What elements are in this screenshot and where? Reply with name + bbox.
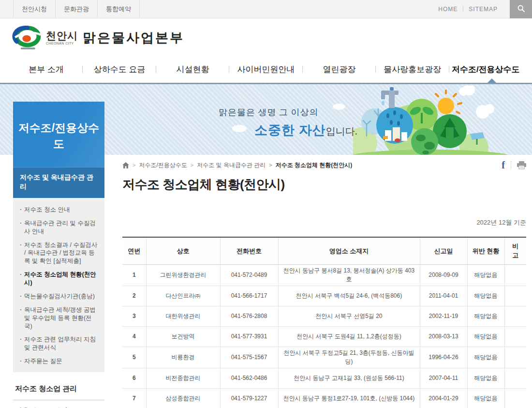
- table-row: 7 삼성종합관리 041-579-1227 천안시 동남구 통정1로27-19,…: [122, 388, 526, 408]
- cell-company: 비전종합관리: [146, 368, 220, 388]
- cell-address: 천안시 서북구 선영5길 20: [278, 306, 420, 326]
- topbar-link[interactable]: 천안시청: [13, 0, 55, 18]
- cell-address: 천안시 서북구 두정고5길 21, 3층(두정동, 신동아빌딩): [278, 347, 420, 368]
- cell-phone: 041-576-2808: [220, 306, 278, 326]
- logo[interactable]: 천안시 CHEONAN CITY 맑은물사업본부: [12, 25, 184, 50]
- cell-phone: 041-572-0489: [220, 264, 278, 286]
- breadcrumb-item[interactable]: 저수조 청소업체 현황(천안시): [269, 161, 352, 169]
- cell-note: [504, 347, 526, 368]
- sitemap-link[interactable]: SITEMAP: [469, 6, 498, 13]
- cleaning-companies-table: 연번상호전화번호영업소 소재지신고일위반 현황비고 1 그린위생환경관리 041…: [122, 237, 526, 408]
- content: 저수조/전용상수도저수조 및 옥내급수관 관리저수조 청소업체 현황(천안시) …: [122, 160, 526, 408]
- breadcrumb-item[interactable]: 저수조 및 옥내급수관 관리: [191, 161, 266, 169]
- table-row: 4 보건방역 041-577-3931 천안시 서북구 도원4길 11, 1,2…: [122, 326, 526, 347]
- nav-item[interactable]: 열린광장: [303, 64, 376, 75]
- site-header: 천안시 CHEONAN CITY 맑은물사업본부: [0, 19, 532, 56]
- sidebar-item[interactable]: 먹는물수질검사기관(충남): [20, 292, 98, 301]
- topbar-link[interactable]: 통합예약: [97, 0, 140, 18]
- nav-item[interactable]: 시설현황: [156, 64, 229, 75]
- sidebar-bottom-links: 저수조 청소업 관리전용상수도 관리: [13, 378, 104, 408]
- cell-report-date: 2004-01-29: [420, 388, 467, 408]
- topbar: 천안시청문화관광통합예약 HOME SITEMAP: [0, 0, 532, 18]
- cell-note: [504, 286, 526, 306]
- nav-item[interactable]: 저수조/전용상수도: [449, 64, 522, 75]
- sidebar-bottom-item[interactable]: 저수조 청소업 관리: [13, 378, 104, 400]
- sidebar-section-title[interactable]: 저수조 및 옥내급수관 관리: [13, 167, 104, 198]
- sidebar-item[interactable]: 옥내급수관 관리 및 수질검사 안내: [20, 219, 98, 236]
- nav-item[interactable]: 본부 소개: [10, 64, 83, 75]
- cell-number: 1: [122, 264, 146, 286]
- table-header-cell: 연번: [122, 237, 146, 264]
- banner-slogan: 맑은물은 생명 그 이상의 소중한 자산입니다.: [219, 106, 357, 139]
- cell-phone: 041-577-3931: [220, 326, 278, 347]
- cell-company: 삼성종합관리: [146, 388, 220, 408]
- cell-note: [504, 264, 526, 286]
- sidebar: 저수조/전용상수도 저수조 및 옥내급수관 관리 저수조 청소 안내옥내급수관 …: [13, 102, 104, 408]
- search-button[interactable]: [510, 0, 532, 18]
- cell-report-date: 2008-03-13: [420, 326, 467, 347]
- share-tools: f: [502, 160, 526, 170]
- cell-report-date: 2007-04-11: [420, 368, 467, 388]
- table-header-cell: 비고: [504, 237, 526, 264]
- breadcrumb-item[interactable]: 저수조/전용상수도: [133, 161, 187, 169]
- logo-city-text: 천안시: [46, 30, 78, 41]
- table-row: 1 그린위생환경관리 041-572-0489 천안시 동남구 봉서8길 13,…: [122, 264, 526, 286]
- cell-number: 3: [122, 306, 146, 326]
- banner-slogan-rest: 입니다.: [326, 126, 357, 136]
- banner-slogan-line2: 소중한 자산입니다.: [219, 121, 357, 139]
- cell-violation: 해당없음: [467, 368, 504, 388]
- search-icon: [517, 4, 525, 14]
- breadcrumb: 저수조/전용상수도저수조 및 옥내급수관 관리저수조 청소업체 현황(천안시): [129, 161, 352, 169]
- cell-violation: 해당없음: [467, 326, 504, 347]
- topbar-right: HOME SITEMAP: [433, 0, 532, 18]
- nav-item[interactable]: 상하수도 요금: [83, 64, 156, 75]
- table-header-row: 연번상호전화번호영업소 소재지신고일위반 현황비고: [122, 237, 526, 264]
- cell-company: 그린위생환경관리: [146, 264, 220, 286]
- cell-report-date: 1996-04-26: [420, 347, 467, 368]
- sidebar-item[interactable]: 자주묻는 질문: [20, 357, 98, 365]
- cell-address: 천안시 서북구 도원4길 11, 1,2층(성정동): [278, 326, 420, 347]
- table-header-cell: 전화번호: [220, 237, 278, 264]
- cell-note: [504, 326, 526, 347]
- table-header-cell: 위반 현황: [467, 237, 504, 264]
- nav-item[interactable]: 사이버민원안내: [229, 64, 302, 75]
- cell-company: 다산인프라㈜: [146, 286, 220, 306]
- nav-item[interactable]: 물사랑홍보광장: [376, 64, 449, 75]
- cell-violation: 해당없음: [467, 286, 504, 306]
- printer-icon[interactable]: [517, 161, 526, 169]
- cell-number: 4: [122, 326, 146, 347]
- cell-phone: 041-575-1567: [220, 347, 278, 368]
- table-header-cell: 신고일: [420, 237, 467, 264]
- topbar-links: 천안시청문화관광통합예약: [13, 0, 140, 18]
- sidebar-item[interactable]: 저수조 청소결과 / 수질검사 / 옥내급수관 / 법정교육 등록 및 확인 […: [20, 241, 98, 266]
- sidebar-item[interactable]: 저수조 청소업체 현황(천안시): [20, 271, 98, 287]
- table-header-cell: 영업소 소재지: [278, 237, 420, 264]
- topbar-link[interactable]: 문화관광: [55, 0, 97, 18]
- cell-report-date: 2008-09-09: [420, 264, 467, 286]
- cell-company: 보건방역: [146, 326, 220, 347]
- cell-violation: 해당없음: [467, 347, 504, 368]
- banner-slogan-line1: 맑은물은 생명 그 이상의: [219, 106, 357, 118]
- sidebar-bottom-item[interactable]: 전용상수도 관리: [13, 400, 104, 408]
- cell-address: 천안시 동남구 봉서8길 13, 봉서청솔(A) 상가동 403호: [278, 264, 420, 286]
- sidebar-item[interactable]: 저수조 관련 업무처리 지침 및 관련서식: [20, 335, 98, 352]
- date-note: 2022년 12월 기준: [122, 218, 526, 227]
- logo-city: 천안시 CHEONAN CITY: [46, 30, 78, 45]
- site-title: 맑은물사업본부: [83, 29, 184, 46]
- divider: [511, 161, 511, 169]
- table-header-cell: 상호: [146, 237, 220, 264]
- cell-violation: 해당없음: [467, 388, 504, 408]
- cell-report-date: 2011-04-01: [420, 286, 467, 306]
- cell-number: 5: [122, 347, 146, 368]
- cell-phone: 041-579-1227: [220, 388, 278, 408]
- home-link[interactable]: HOME: [438, 6, 458, 13]
- sidebar-item[interactable]: 옥내급수관 세척/갱생 공법 및 우수업체 등록 현황(전국): [20, 306, 98, 331]
- cheonan-city-logo-icon: [12, 25, 42, 50]
- cell-violation: 해당없음: [467, 264, 504, 286]
- breadcrumb-home-icon[interactable]: [122, 162, 129, 168]
- eco-illustration: [353, 86, 532, 155]
- facebook-icon[interactable]: f: [502, 160, 505, 170]
- table-row: 5 비룡환경 041-575-1567 천안시 서북구 두정고5길 21, 3층…: [122, 347, 526, 368]
- table-row: 3 대한위생관리 041-576-2808 천안시 서북구 선영5길 20 20…: [122, 306, 526, 326]
- sidebar-item[interactable]: 저수조 청소 안내: [20, 206, 98, 214]
